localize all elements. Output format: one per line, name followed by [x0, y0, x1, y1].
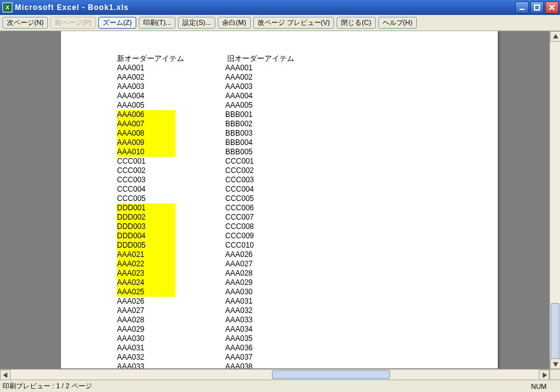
cell-col1: DDD004 — [117, 231, 175, 241]
svg-marker-7 — [543, 373, 546, 377]
page-content: 新オーダーアイテム 旧オーダーアイテム AAA001AAA001AAA002AA… — [117, 54, 352, 368]
prev-page-button: 前ページ(P) — [50, 17, 96, 29]
page-break-preview-button[interactable]: 改ページ プレビュー(V) — [253, 17, 335, 29]
cell-col2: CCC005 — [225, 194, 350, 203]
cell-col2: CCC009 — [225, 231, 350, 241]
header-col2: 旧オーダーアイテム — [227, 54, 352, 64]
cell-col2: AAA001 — [225, 63, 350, 73]
cell-col1: AAA022 — [117, 259, 175, 269]
cell-col1: AAA003 — [117, 82, 225, 91]
titlebar: X Microsoft Excel - Book1.xls — [0, 0, 560, 15]
help-button[interactable]: ヘルプ(H) — [378, 17, 417, 29]
cell-col2: CCC004 — [225, 185, 350, 194]
table-row: CCC001CCC001 — [117, 157, 352, 166]
cell-col2: CCC008 — [225, 222, 350, 231]
maximize-button[interactable] — [530, 1, 544, 14]
cell-col1: AAA031 — [117, 343, 225, 353]
vertical-scrollbar[interactable] — [549, 31, 560, 369]
scroll-up-button[interactable] — [550, 31, 560, 42]
table-row: AAA005AAA005 — [117, 101, 352, 110]
svg-rect-1 — [534, 5, 539, 10]
cell-col2: AAA002 — [225, 73, 350, 82]
header-col1: 新オーダーアイテム — [117, 54, 225, 64]
excel-icon: X — [2, 2, 12, 12]
cell-col1: DDD002 — [117, 213, 175, 222]
cell-col1: AAA001 — [117, 63, 225, 73]
page-viewport[interactable]: 新オーダーアイテム 旧オーダーアイテム AAA001AAA001AAA002AA… — [5, 31, 549, 368]
horizontal-scrollbar[interactable] — [0, 369, 549, 380]
cell-col2: BBB004 — [225, 138, 350, 147]
cell-col2: AAA029 — [225, 278, 350, 287]
cell-col1: AAA028 — [117, 315, 225, 325]
cell-col1: CCC005 — [117, 194, 225, 203]
cell-col2: AAA031 — [225, 297, 350, 306]
next-page-button[interactable]: 次ページ(N) — [2, 17, 48, 29]
cell-col1: AAA032 — [117, 353, 225, 362]
cell-col1: AAA026 — [117, 297, 225, 306]
window-controls — [515, 1, 559, 14]
table-row: AAA032AAA037 — [117, 353, 352, 362]
cell-col2: CCC001 — [225, 157, 350, 166]
scroll-down-button[interactable] — [550, 358, 560, 369]
minimize-button[interactable] — [515, 1, 529, 14]
print-button[interactable]: 印刷(T)... — [139, 17, 175, 29]
vscroll-track[interactable] — [550, 42, 560, 358]
scroll-left-button[interactable] — [0, 370, 11, 380]
table-row: CCC003CCC003 — [117, 175, 352, 185]
setup-button[interactable]: 設定(S)... — [178, 17, 215, 29]
scroll-corner — [549, 369, 560, 380]
table-row: AAA030AAA035 — [117, 334, 352, 343]
cell-col2: CCC006 — [225, 203, 350, 213]
print-preview-toolbar: 次ページ(N) 前ページ(P) ズーム(Z) 印刷(T)... 設定(S)...… — [0, 15, 560, 31]
table-row: AAA033AAA038 — [117, 362, 352, 368]
cell-col2: AAA026 — [225, 250, 350, 259]
scroll-right-button[interactable] — [539, 370, 549, 380]
close-window-button[interactable] — [545, 1, 559, 14]
cell-col2: BBB002 — [225, 119, 350, 129]
cell-col1: CCC002 — [117, 166, 225, 175]
cell-col1: AAA030 — [117, 334, 225, 343]
table-row: AAA006BBB001 — [117, 110, 352, 119]
cell-col2: AAA028 — [225, 269, 350, 278]
cell-col1: AAA007 — [117, 119, 175, 129]
cell-col2: AAA034 — [225, 325, 350, 334]
table-row: AAA003AAA003 — [117, 82, 352, 91]
cell-col2: CCC003 — [225, 175, 350, 185]
close-preview-button[interactable]: 閉じる(C) — [337, 17, 375, 29]
table-row: AAA021AAA026 — [117, 250, 352, 259]
statusbar: 印刷プレビュー : 1 / 2 ページ NUM — [0, 380, 560, 392]
hscroll-track[interactable] — [11, 370, 539, 380]
status-text: 印刷プレビュー : 1 / 2 ページ — [2, 381, 92, 391]
vscroll-thumb[interactable] — [551, 303, 559, 359]
table-row: CCC004CCC004 — [117, 185, 352, 194]
cell-col2: AAA037 — [225, 353, 350, 362]
cell-col1: AAA002 — [117, 73, 225, 82]
table-row: AAA001AAA001 — [117, 63, 352, 73]
table-row: AAA002AAA002 — [117, 73, 352, 82]
cell-col1: AAA029 — [117, 325, 225, 334]
window-title: Microsoft Excel - Book1.xls — [15, 3, 129, 12]
cell-col2: AAA003 — [225, 82, 350, 91]
hscroll-thumb[interactable] — [272, 370, 390, 379]
cell-col1: CCC003 — [117, 175, 225, 185]
cell-col1: DDD001 — [117, 203, 175, 213]
cell-col2: AAA005 — [225, 101, 350, 110]
cell-col1: AAA021 — [117, 250, 175, 259]
cell-col1: AAA023 — [117, 269, 175, 278]
cell-col2: AAA038 — [225, 362, 350, 368]
cell-col2: AAA036 — [225, 343, 350, 353]
cell-col1: AAA010 — [117, 147, 175, 157]
table-row: AAA009BBB004 — [117, 138, 352, 147]
cell-col1: DDD003 — [117, 222, 175, 231]
cell-col2: CCC002 — [225, 166, 350, 175]
margins-button[interactable]: 余白(M) — [218, 17, 251, 29]
table-row: DDD001CCC006 — [117, 203, 352, 213]
cell-col1: AAA004 — [117, 91, 225, 101]
svg-marker-4 — [554, 35, 558, 38]
cell-col1: AAA006 — [117, 110, 175, 119]
table-row: DDD005CCC010 — [117, 241, 352, 250]
zoom-button[interactable]: ズーム(Z) — [98, 17, 136, 29]
table-row: DDD002CCC007 — [117, 213, 352, 222]
table-row: CCC005CCC005 — [117, 194, 352, 203]
cell-col2: AAA027 — [225, 259, 350, 269]
